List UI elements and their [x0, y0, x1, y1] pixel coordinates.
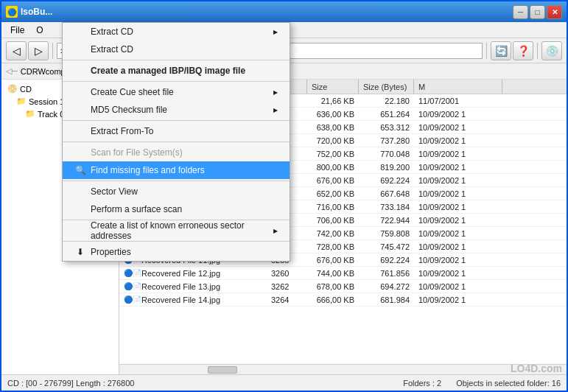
tree-item-label: CD: [20, 85, 32, 94]
td-sizeb: 22.180: [359, 94, 414, 107]
td-lba: 3264: [267, 293, 307, 306]
menu-item-label: Extract From-To: [91, 126, 278, 136]
td-mtime: 10/09/2002 1: [414, 134, 502, 147]
window-title: IsoBu...: [21, 7, 513, 17]
col-header-mtime: M: [414, 80, 502, 94]
td-sizeb: 681.984: [359, 293, 414, 306]
menu-separator: [63, 181, 290, 181]
td-sizeb: 651.264: [359, 108, 414, 120]
menu-item-create-cue[interactable]: Create Cue sheet file▶: [63, 83, 290, 101]
status-folders: Folders : 2: [403, 379, 441, 388]
menu-item-label: Extract CD: [91, 27, 273, 37]
menu-item-label: MD5 Checksum file: [91, 105, 273, 115]
title-bar: 🔵 IsoBu... ─ □ ✕: [1, 1, 567, 22]
menu-item-surface-scan[interactable]: Perform a surface scan: [63, 200, 290, 218]
menu-file[interactable]: File: [4, 24, 30, 37]
td-sizeb: 770.048: [359, 147, 414, 160]
menu-item-icon-empty: [74, 104, 86, 116]
breadcrumb-arrow: ◁─: [6, 66, 18, 76]
col-header-sizeb: Size (Bytes): [359, 80, 414, 94]
table-row[interactable]: 🔵📄 Recovered File 13.jpg 3262 678,00 KB …: [119, 280, 567, 293]
toolbar-btn-help[interactable]: ❓: [513, 41, 533, 60]
td-mtime: 10/09/2002 1: [414, 253, 502, 266]
recovered-icon: 🔵📄: [124, 295, 141, 304]
menu-item-label: Extract CD: [91, 44, 278, 55]
td-mtime: 10/09/2002 1: [414, 214, 502, 226]
minimize-button[interactable]: ─: [513, 5, 528, 19]
status-left: CD : [00 - 276799] Length : 276800: [7, 379, 134, 388]
table-row[interactable]: 🔵📄 Recovered File 12.jpg 3260 744,00 KB …: [119, 267, 567, 280]
menu-separator: [63, 81, 290, 82]
menu-item-md5[interactable]: MD5 Checksum file▶: [63, 101, 290, 119]
scrollbar-thumb[interactable]: [208, 366, 237, 374]
td-mtime: 10/09/2002 1: [414, 121, 502, 133]
folder-icon-sub2: 📁: [25, 109, 35, 119]
td-sizeb: 692.224: [359, 174, 414, 186]
table-row[interactable]: 🔵📄 Recovered File 14.jpg 3264 666,00 KB …: [119, 293, 567, 307]
td-mtime: 10/09/2002 1: [414, 267, 502, 279]
td-size: 742,00 KB: [307, 227, 359, 239]
menu-item-extract-from-to[interactable]: Extract From-To: [63, 122, 290, 140]
td-mtime: 10/09/2002 1: [414, 227, 502, 239]
td-mtime: 10/09/2002 1: [414, 187, 502, 200]
td-size: 716,00 KB: [307, 200, 359, 213]
toolbar-btn-refresh[interactable]: 🔄: [491, 41, 511, 60]
title-bar-buttons: ─ □ ✕: [513, 5, 562, 19]
toolbar-btn-1[interactable]: ◁: [6, 41, 27, 60]
scrollbar-horizontal[interactable]: [119, 364, 567, 374]
maximize-button[interactable]: □: [530, 5, 545, 19]
menu-item-sector-view[interactable]: Sector View: [63, 183, 290, 200]
menu-item-find-missing[interactable]: 🔍Find missing files and folders: [63, 161, 290, 179]
close-button[interactable]: ✕: [547, 5, 562, 19]
toolbar-btn-cd[interactable]: 💿: [541, 41, 562, 60]
td-size: 666,00 KB: [307, 293, 359, 306]
status-bar: CD : [00 - 276799] Length : 276800 Folde…: [1, 374, 567, 391]
td-sizeb: 722.944: [359, 214, 414, 226]
menu-item-create-ibp[interactable]: Create a managed IBP/IBQ image file: [63, 62, 290, 80]
menu-other[interactable]: O: [30, 24, 49, 37]
td-lba: 3262: [267, 280, 307, 293]
menu-separator: [63, 60, 290, 60]
col-header-size: Size: [307, 80, 359, 94]
td-sizeb: 737.280: [359, 134, 414, 147]
app-icon: 🔵: [6, 6, 18, 18]
td-sizeb: 745.472: [359, 240, 414, 253]
td-sizeb: 761.856: [359, 267, 414, 279]
recovered-icon: 🔵📄: [124, 282, 141, 290]
toolbar-btn-2[interactable]: ▷: [28, 41, 49, 60]
td-mtime: 11/07/2001: [414, 94, 502, 107]
menu-item-icon-empty: [74, 225, 86, 237]
td-mtime: 10/09/2002 1: [414, 293, 502, 306]
td-size: 652,00 KB: [307, 187, 359, 200]
td-size: 720,00 KB: [307, 134, 359, 147]
menu-item-icon-empty: [74, 26, 86, 38]
td-lba: 3260: [267, 267, 307, 279]
menu-item-icon-empty: [74, 147, 86, 158]
main-window: 🔵 IsoBu... ─ □ ✕ File O ◁ ▷ >: [255,0 🔄 …: [0, 0, 568, 392]
td-sizeb: 692.224: [359, 253, 414, 266]
td-sizeb: 759.808: [359, 227, 414, 239]
td-size: 728,00 KB: [307, 240, 359, 253]
td-sizeb: 653.312: [359, 121, 414, 133]
td-name: 🔵📄 Recovered File 12.jpg: [119, 267, 267, 279]
menu-item-icon-empty: [74, 86, 86, 98]
td-size: 800,00 KB: [307, 161, 359, 173]
td-mtime: 10/09/2002 1: [414, 174, 502, 186]
menu-separator: [63, 120, 290, 121]
menu-item-icon-empty: [74, 203, 86, 215]
status-objects: Objects in selected folder: 16: [456, 379, 561, 388]
status-right: Folders : 2 Objects in selected folder: …: [403, 379, 561, 388]
menu-item-label: Scan for File System(s): [91, 147, 278, 158]
context-menu[interactable]: Extract CD ▶Extract CD Create a managed …: [62, 22, 290, 262]
td-size: 636,00 KB: [307, 108, 359, 120]
menu-item-extract-cd-content[interactable]: Extract CD ▶: [63, 23, 290, 41]
menu-item-label: Create Cue sheet file: [91, 87, 273, 97]
td-mtime: 10/09/2002 1: [414, 161, 502, 173]
menu-item-properties[interactable]: ⬇Properties: [63, 243, 290, 261]
menu-item-label: Find missing files and folders: [91, 165, 278, 175]
menu-item-extract-cd-image[interactable]: Extract CD: [63, 41, 290, 58]
td-sizeb: 694.272: [359, 280, 414, 293]
watermark: LO4D.com: [511, 363, 562, 374]
menu-item-erroneous-sectors[interactable]: Create a list of known erroneous sector …: [63, 222, 290, 239]
menu-item-label: Create a managed IBP/IBQ image file: [91, 66, 278, 76]
